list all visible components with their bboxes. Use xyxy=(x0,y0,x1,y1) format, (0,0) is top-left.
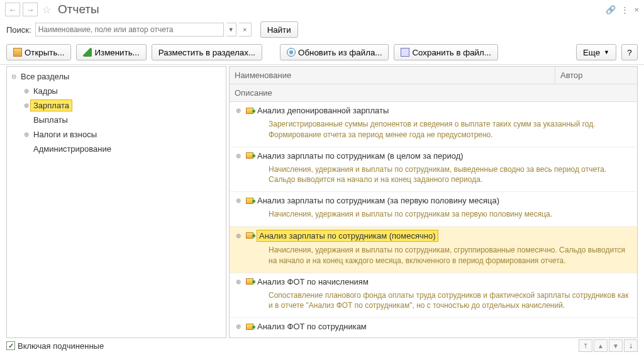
expand-icon[interactable]: ⊕ xyxy=(22,102,31,109)
report-list: Наименование Автор Описание ⊕ Анализ деп… xyxy=(229,66,638,338)
scroll-bottom-button[interactable]: ⤓ xyxy=(624,339,638,352)
expand-icon[interactable]: ⊕ xyxy=(235,197,242,204)
report-icon xyxy=(246,232,253,239)
menu-icon[interactable]: ⋮ xyxy=(621,5,629,14)
edit-icon xyxy=(83,48,92,57)
report-icon xyxy=(246,324,253,330)
place-button[interactable]: Разместить в разделах... xyxy=(152,44,262,60)
scroll-down-button[interactable]: ▼ xyxy=(609,339,623,352)
tree-item-nalogi[interactable]: ⊕ Налоги и взносы xyxy=(7,127,226,142)
report-icon xyxy=(246,108,253,114)
more-button[interactable]: Еще▼ xyxy=(576,44,616,60)
help-button[interactable]: ? xyxy=(621,44,638,60)
col-desc: Описание xyxy=(230,84,637,102)
search-clear[interactable]: × xyxy=(239,23,252,37)
report-icon xyxy=(246,152,253,159)
report-icon xyxy=(246,278,253,285)
expand-icon[interactable]: ⊕ xyxy=(235,152,242,159)
refresh-button[interactable]: Обновить из файла... xyxy=(280,44,389,60)
scroll-up-button[interactable]: ▲ xyxy=(594,339,608,352)
checkbox-icon: ✓ xyxy=(6,341,15,350)
refresh-icon xyxy=(287,48,296,57)
link-icon[interactable]: 🔗 xyxy=(606,5,616,14)
report-row[interactable]: ⊕ Анализ ФОТ по сотрудникам xyxy=(230,318,637,338)
search-dropdown[interactable]: ▼ xyxy=(226,23,236,37)
expand-icon[interactable]: ⊕ xyxy=(235,323,242,330)
expand-icon[interactable]: ⊕ xyxy=(235,107,242,114)
expand-icon[interactable]: ⊕ xyxy=(235,278,242,285)
search-label: Поиск: xyxy=(6,25,31,35)
expand-icon[interactable]: ⊕ xyxy=(235,232,242,239)
report-row[interactable]: ⊕ Анализ депонированной зарплаты Зарегис… xyxy=(230,102,637,147)
col-name[interactable]: Наименование xyxy=(230,67,555,84)
report-row[interactable]: ⊕ Анализ зарплаты по сотрудникам (в цело… xyxy=(230,147,637,193)
open-icon xyxy=(13,48,22,57)
edit-button[interactable]: Изменить... xyxy=(76,44,146,60)
report-row[interactable]: ⊕ Анализ ФОТ по начислениям Сопоставлени… xyxy=(230,273,637,319)
tree-item-admin[interactable]: Администрирование xyxy=(7,142,226,156)
forward-button[interactable]: → xyxy=(23,3,38,16)
scroll-top-button[interactable]: ⤒ xyxy=(579,339,592,352)
tree-item-zarplata[interactable]: ⊕ Зарплата xyxy=(7,98,226,113)
include-subordinate-checkbox[interactable]: ✓ Включая подчиненные xyxy=(6,341,104,351)
search-input[interactable] xyxy=(35,23,224,37)
collapse-icon[interactable]: ⊖ xyxy=(9,73,18,80)
favorite-icon[interactable]: ☆ xyxy=(40,3,53,16)
col-author[interactable]: Автор xyxy=(555,67,637,84)
report-row-selected[interactable]: ⊕ Анализ зарплаты по сотрудникам (помеся… xyxy=(230,227,637,273)
save-icon xyxy=(401,48,409,57)
tree-item-vyplaty[interactable]: Выплаты xyxy=(7,113,226,127)
report-icon xyxy=(246,198,253,204)
close-icon[interactable]: × xyxy=(634,5,639,14)
open-button[interactable]: Открыть... xyxy=(6,44,71,60)
save-button[interactable]: Сохранить в файл... xyxy=(394,44,497,60)
find-button[interactable]: Найти xyxy=(260,21,298,38)
expand-icon[interactable]: ⊕ xyxy=(22,88,31,94)
page-title: Отчеты xyxy=(58,3,99,16)
report-row[interactable]: ⊕ Анализ зарплаты по сотрудникам (за пер… xyxy=(230,192,637,227)
sections-tree: ⊖ Все разделы ⊕ Кадры ⊕ Зарплата Выплаты… xyxy=(6,66,226,338)
expand-icon[interactable]: ⊕ xyxy=(22,131,31,138)
back-button[interactable]: ← xyxy=(5,3,20,16)
tree-root[interactable]: ⊖ Все разделы xyxy=(7,69,226,84)
tree-item-kadry[interactable]: ⊕ Кадры xyxy=(7,84,226,98)
